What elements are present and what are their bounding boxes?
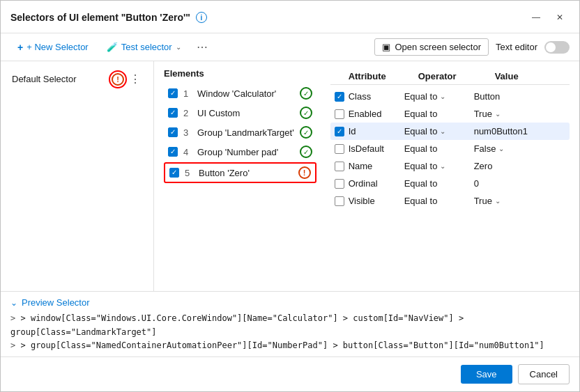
element-num-1: 1 xyxy=(183,88,192,99)
attr-value-isdefault: False ⌄ xyxy=(474,143,565,154)
table-row[interactable]: ✓ 3 Group 'LandmarkTarget' ✓ xyxy=(164,123,316,141)
more-options-icon[interactable]: ⋮ xyxy=(128,72,142,86)
attr-checkbox-name[interactable] xyxy=(335,162,344,171)
attribute-row-id[interactable]: ✓ Id Equal to ⌄ num0Button1 xyxy=(330,123,570,140)
text-editor-label: Text editor xyxy=(496,42,537,52)
title-bar-right: — ✕ xyxy=(526,8,570,27)
arrow-1: > xyxy=(10,313,20,323)
table-row[interactable]: ✓ 1 Window 'Calculator' ✓ xyxy=(164,84,316,102)
new-selector-button[interactable]: + + New Selector xyxy=(10,39,96,56)
panels-row: Elements ✓ 1 Window 'Calculator' ✓ ✓ 2 U… xyxy=(164,68,570,210)
attr-operator-isdefault: Equal to xyxy=(404,143,474,154)
title-bar: Selectors of UI element "Button 'Zero'" … xyxy=(1,1,579,33)
preview-code-line2: > group[Class="NamedContainerAutomationP… xyxy=(20,340,544,350)
element-checkbox-2[interactable]: ✓ xyxy=(168,108,178,118)
attr-value-id: num0Button1 xyxy=(474,126,565,136)
preview-line-2: > > group[Class="NamedContainerAutomatio… xyxy=(10,339,570,352)
preview-code: > > window[Class="Windows.UI.Core.CoreWi… xyxy=(10,312,570,352)
attr-name-enabled: Enabled xyxy=(349,109,404,119)
value-col-header: Value xyxy=(495,71,565,81)
attr-name-isdefault: IsDefault xyxy=(349,143,404,154)
more-options-button[interactable]: ⋯ xyxy=(192,38,212,56)
attribute-row-isdefault[interactable]: IsDefault Equal to False ⌄ xyxy=(330,140,570,157)
new-selector-label: + New Selector xyxy=(26,42,89,52)
test-selector-button[interactable]: 🧪 Test selector ⌄ xyxy=(100,39,188,55)
toolbar-left: + + New Selector 🧪 Test selector ⌄ ⋯ xyxy=(10,38,212,56)
save-button[interactable]: Save xyxy=(461,365,512,384)
element-name-5: Button 'Zero' xyxy=(199,168,293,178)
footer: Save Cancel xyxy=(1,356,579,391)
element-num-4: 4 xyxy=(183,147,192,157)
dialog-title: Selectors of UI element "Button 'Zero'" xyxy=(10,12,190,23)
monitor-icon: ▣ xyxy=(382,42,390,52)
attr-checkbox-ordinal[interactable] xyxy=(335,179,344,189)
table-row[interactable]: ✓ 5 Button 'Zero' ! xyxy=(164,162,316,183)
right-panel: Elements ✓ 1 Window 'Calculator' ✓ ✓ 2 U… xyxy=(154,61,579,291)
preview-line-1: > > window[Class="Windows.UI.Core.CoreWi… xyxy=(10,312,570,338)
flask-icon: 🧪 xyxy=(107,42,118,52)
attribute-row-class[interactable]: ✓ Class Equal to ⌄ Button xyxy=(330,88,570,105)
main-content: Default Selector ! ⋮ Elements ✓ 1 Wind xyxy=(1,61,579,291)
warning-icon: ! xyxy=(112,73,124,86)
attr-value-visible: True ⌄ xyxy=(474,196,565,206)
attr-value-enabled: True ⌄ xyxy=(474,109,565,119)
test-selector-label: Test selector xyxy=(121,42,172,52)
element-status-4: ✓ xyxy=(300,146,312,158)
attribute-row-visible[interactable]: Visible Equal to True ⌄ xyxy=(330,192,570,210)
attr-operator-ordinal: Equal to xyxy=(404,178,474,189)
preview-header-label: Preview Selector xyxy=(22,297,90,308)
attr-checkbox-class[interactable]: ✓ xyxy=(335,92,344,102)
preview-header[interactable]: ⌄ Preview Selector xyxy=(10,297,570,308)
default-selector-item[interactable]: Default Selector ! ⋮ xyxy=(6,68,148,90)
attribute-row-enabled[interactable]: Enabled Equal to True ⌄ xyxy=(330,105,570,123)
open-screen-selector-button[interactable]: ▣ Open screen selector xyxy=(374,38,489,56)
element-status-5: ! xyxy=(298,166,311,179)
close-button[interactable]: ✕ xyxy=(550,8,570,27)
element-num-5: 5 xyxy=(185,168,193,178)
cancel-button[interactable]: Cancel xyxy=(518,364,570,384)
attr-operator-id: Equal to ⌄ xyxy=(404,126,474,136)
attr-name-class: Class xyxy=(349,91,404,102)
element-checkbox-1[interactable]: ✓ xyxy=(168,88,178,98)
attr-checkbox-isdefault[interactable] xyxy=(335,144,344,154)
elements-header: Elements xyxy=(164,68,316,79)
element-status-1: ✓ xyxy=(300,87,312,100)
preview-section: ⌄ Preview Selector > > window[Class="Win… xyxy=(1,291,579,356)
left-panel: Default Selector ! ⋮ xyxy=(1,61,154,291)
attributes-header-row: Attribute Operator Value xyxy=(330,68,570,85)
element-checkbox-5[interactable]: ✓ xyxy=(169,168,179,178)
attr-checkbox-enabled[interactable] xyxy=(335,109,344,119)
attr-value-class: Button xyxy=(474,91,565,102)
element-num-2: 2 xyxy=(183,108,192,118)
attr-name-name: Name xyxy=(349,161,404,171)
attr-checkbox-visible[interactable] xyxy=(335,196,344,206)
attr-checkbox-id[interactable]: ✓ xyxy=(335,127,344,136)
element-checkbox-3[interactable]: ✓ xyxy=(168,127,178,137)
element-name-2: UI Custom xyxy=(197,108,294,118)
toolbar-right: ▣ Open screen selector Text editor xyxy=(374,38,570,56)
minimize-button[interactable]: — xyxy=(526,8,546,27)
selector-item-label: Default Selector xyxy=(12,74,77,84)
attr-operator-name: Equal to ⌄ xyxy=(404,161,474,171)
attr-name-ordinal: Ordinal xyxy=(349,178,404,189)
element-status-2: ✓ xyxy=(300,107,312,119)
attribute-row-name[interactable]: Name Equal to ⌄ Zero xyxy=(330,157,570,175)
selector-item-icons: ! ⋮ xyxy=(112,72,142,86)
plus-icon: + xyxy=(17,42,23,53)
text-editor-toggle[interactable] xyxy=(544,41,570,54)
preview-chevron-icon: ⌄ xyxy=(10,298,17,308)
toolbar: + + New Selector 🧪 Test selector ⌄ ⋯ ▣ O… xyxy=(1,33,579,61)
test-selector-chevron: ⌄ xyxy=(176,43,181,51)
element-name-4: Group 'Number pad' xyxy=(197,147,294,157)
arrow-2: > xyxy=(10,340,20,350)
element-name-3: Group 'LandmarkTarget' xyxy=(197,127,294,138)
element-checkbox-4[interactable]: ✓ xyxy=(168,147,178,157)
attr-operator-class: Equal to ⌄ xyxy=(404,91,474,102)
table-row[interactable]: ✓ 4 Group 'Number pad' ✓ xyxy=(164,143,316,161)
table-row[interactable]: ✓ 2 UI Custom ✓ xyxy=(164,104,316,122)
attribute-row-ordinal[interactable]: Ordinal Equal to 0 xyxy=(330,175,570,192)
elements-section: Elements ✓ 1 Window 'Calculator' ✓ ✓ 2 U… xyxy=(164,68,316,210)
dialog: Selectors of UI element "Button 'Zero'" … xyxy=(0,0,580,392)
element-num-3: 3 xyxy=(183,127,192,138)
info-icon[interactable]: i xyxy=(196,12,207,23)
